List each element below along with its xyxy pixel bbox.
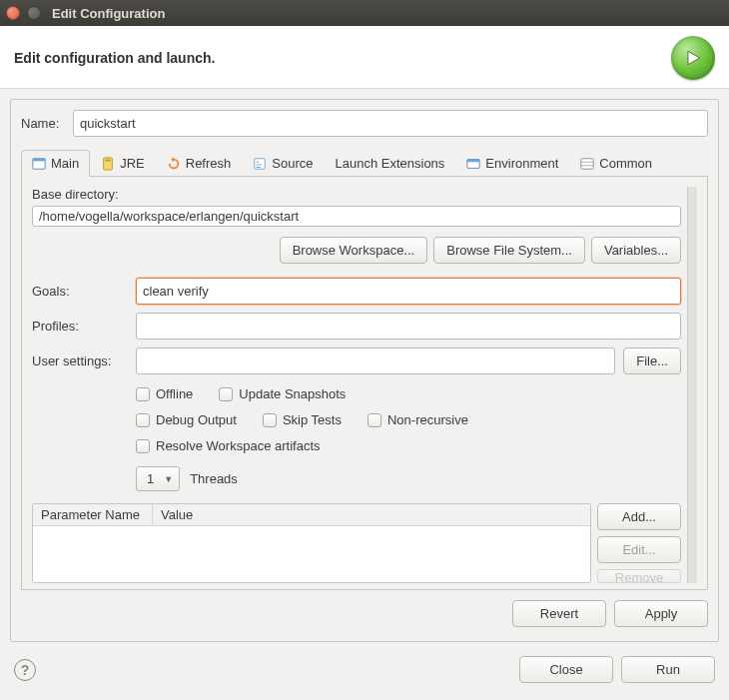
titlebar: Edit Configuration — [0, 0, 729, 26]
page-title: Edit configuration and launch. — [14, 50, 215, 66]
profiles-label: Profiles: — [32, 319, 128, 334]
goals-input[interactable] — [136, 278, 681, 305]
help-icon[interactable]: ? — [14, 659, 36, 681]
threads-spinner[interactable]: 1 ▼ — [136, 466, 180, 491]
tab-bar: Main JRE Refresh Source Launch Extension… — [21, 149, 708, 177]
base-dir-input[interactable] — [32, 206, 681, 227]
tab-refresh[interactable]: Refresh — [156, 150, 243, 177]
user-settings-label: User settings: — [32, 353, 128, 368]
tab-launch-extensions[interactable]: Launch Extensions — [324, 150, 455, 177]
add-param-button[interactable]: Add... — [597, 503, 681, 530]
source-tab-icon — [253, 157, 267, 171]
window-close-icon[interactable] — [6, 6, 20, 20]
header: Edit configuration and launch. — [0, 26, 729, 89]
tab-content-main: Base directory: Browse Workspace... Brow… — [21, 177, 708, 590]
environment-tab-icon — [466, 157, 480, 171]
chevron-down-icon: ▼ — [162, 474, 179, 484]
refresh-tab-icon — [167, 157, 181, 171]
name-input[interactable] — [73, 110, 708, 137]
remove-param-button[interactable]: Remove — [597, 569, 681, 583]
profiles-input[interactable] — [136, 313, 681, 340]
parameters-table[interactable]: Parameter Name Value — [32, 503, 591, 583]
jre-tab-icon — [101, 157, 115, 171]
file-button[interactable]: File... — [623, 348, 681, 374]
edit-param-button[interactable]: Edit... — [597, 536, 681, 563]
svg-rect-6 — [467, 159, 479, 162]
param-col-value: Value — [153, 504, 590, 525]
offline-checkbox[interactable]: Offline — [136, 386, 193, 401]
run-button[interactable]: Run — [621, 656, 715, 683]
tab-common[interactable]: Common — [569, 150, 663, 177]
variables-button[interactable]: Variables... — [591, 237, 681, 264]
goals-label: Goals: — [32, 284, 128, 299]
tab-main[interactable]: Main — [21, 150, 90, 177]
non-recursive-checkbox[interactable]: Non-recursive — [367, 412, 468, 427]
apply-button[interactable]: Apply — [614, 600, 708, 627]
common-tab-icon — [580, 157, 594, 171]
resolve-workspace-checkbox[interactable]: Resolve Workspace artifacts — [136, 438, 321, 453]
base-dir-label: Base directory: — [32, 187, 681, 202]
debug-output-checkbox[interactable]: Debug Output — [136, 412, 237, 427]
window-minimize-icon[interactable] — [27, 6, 41, 20]
scrollbar[interactable] — [687, 187, 697, 583]
update-snapshots-checkbox[interactable]: Update Snapshots — [219, 386, 346, 401]
close-button[interactable]: Close — [519, 656, 613, 683]
user-settings-input[interactable] — [136, 348, 615, 374]
svg-rect-1 — [33, 158, 45, 161]
svg-rect-7 — [581, 158, 593, 169]
svg-rect-3 — [106, 159, 111, 161]
main-tab-icon — [32, 157, 46, 171]
run-launch-icon — [671, 36, 715, 80]
skip-tests-checkbox[interactable]: Skip Tests — [263, 412, 342, 427]
param-col-name: Parameter Name — [33, 504, 153, 525]
tab-jre[interactable]: JRE — [90, 150, 156, 177]
tab-source[interactable]: Source — [242, 150, 324, 177]
browse-filesystem-button[interactable]: Browse File System... — [433, 237, 585, 264]
window-title: Edit Configuration — [52, 6, 165, 21]
browse-workspace-button[interactable]: Browse Workspace... — [280, 237, 428, 264]
name-label: Name: — [21, 116, 65, 131]
revert-button[interactable]: Revert — [512, 600, 606, 627]
config-panel: Name: Main JRE Refresh Source Launch Ext… — [10, 99, 719, 642]
tab-environment[interactable]: Environment — [455, 150, 569, 177]
threads-label: Threads — [190, 471, 238, 486]
